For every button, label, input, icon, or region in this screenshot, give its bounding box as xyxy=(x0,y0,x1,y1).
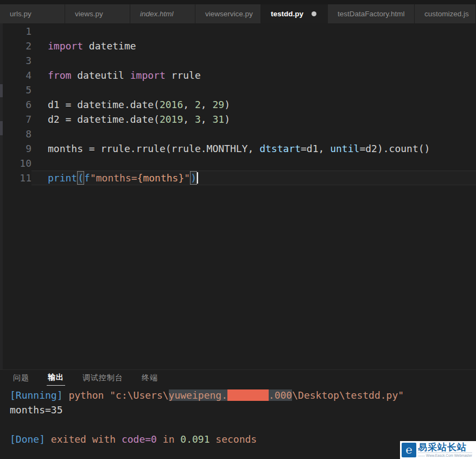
code-token: exited with xyxy=(45,433,122,445)
tab-label: customized.js xyxy=(424,10,469,18)
code-token: from xyxy=(48,70,71,81)
code-line-10[interactable]: 10 xyxy=(0,156,476,171)
panel-tab-问题[interactable]: 问题 xyxy=(12,371,30,386)
code-line-9[interactable]: 9months = rrule.rrule(rrule.MONTHLY, dts… xyxy=(0,141,476,156)
code-token: seconds xyxy=(210,433,257,445)
line-content: import datetime xyxy=(31,39,476,53)
panel-tab-调试控制台[interactable]: 调试控制台 xyxy=(81,371,124,386)
code-token: d1 = datetime.date( xyxy=(48,99,160,110)
editor-edge-strip xyxy=(0,23,3,369)
code-token: " xyxy=(184,172,190,184)
editor-tab-bar: urls.pyviews.pyindex.htmlviewservice.pyt… xyxy=(0,4,476,23)
code-token: , xyxy=(201,114,213,125)
code-token: , xyxy=(183,114,195,125)
code-token: =d2).count() xyxy=(359,143,430,154)
text-cursor xyxy=(197,172,198,184)
line-number: 2 xyxy=(0,39,31,53)
line-content xyxy=(31,53,476,68)
code-token: until xyxy=(330,143,359,154)
line-content xyxy=(31,83,476,97)
code-token: in xyxy=(157,433,180,445)
code-area: 12import datetime34from dateutil import … xyxy=(0,23,476,185)
panel-tab-终端[interactable]: 终端 xyxy=(141,371,159,386)
code-token: "months= xyxy=(90,172,137,184)
code-token: =d1, xyxy=(301,143,330,154)
line-content: months = rrule.rrule(rrule.MONTHLY, dtst… xyxy=(31,141,476,156)
tab-viewservice.py[interactable]: viewservice.py xyxy=(195,4,261,23)
edge-mark xyxy=(0,121,3,135)
code-token: import xyxy=(48,40,83,52)
code-line-1[interactable]: 1 xyxy=(0,24,476,39)
code-token: 29 xyxy=(212,99,224,110)
code-token xyxy=(227,389,269,401)
code-line-7[interactable]: 7d2 = datetime.date(2019, 3, 31) xyxy=(0,112,476,127)
code-token: {months} xyxy=(137,172,185,184)
code-token: months = rrule.rrule(rrule.MONTHLY, xyxy=(48,143,259,154)
titlebar-strip xyxy=(0,0,476,4)
code-editor[interactable]: 12import datetime34from dateutil import … xyxy=(0,23,476,369)
code-token: ( xyxy=(77,171,84,185)
code-token: d2 = datetime.date( xyxy=(48,114,160,125)
code-line-2[interactable]: 2import datetime xyxy=(0,39,476,53)
code-token: .000 xyxy=(269,389,292,401)
easck-watermark: ℮ 易采站长站 —— Www.Easck.Com Webmaster xyxy=(400,441,476,459)
tab-urls.py[interactable]: urls.py xyxy=(0,4,65,23)
line-number: 7 xyxy=(0,112,31,127)
line-content xyxy=(31,156,476,171)
line-number: 1 xyxy=(0,24,31,39)
code-token: print xyxy=(48,172,77,184)
code-token: 0.091 xyxy=(180,433,210,445)
code-line-4[interactable]: 4from dateutil import rrule xyxy=(0,68,476,83)
code-token: [Done] xyxy=(10,433,45,445)
line-content: d2 = datetime.date(2019, 3, 31) xyxy=(31,112,476,127)
easck-logo-icon: ℮ xyxy=(402,443,416,457)
output-line-1: [Running] python "c:\Users\yuweipeng. .0… xyxy=(10,388,476,403)
watermark-text: 易采站长站 —— Www.Easck.Com Webmaster xyxy=(418,443,472,458)
code-token: ) xyxy=(190,171,197,185)
line-number: 11 xyxy=(0,171,31,185)
code-token: python "c:\Users\ xyxy=(68,389,168,401)
tab-testdd.py[interactable]: testdd.py xyxy=(261,4,328,23)
watermark-subtitle: —— Www.Easck.Com Webmaster xyxy=(418,452,472,458)
line-number: 4 xyxy=(0,68,31,83)
code-token: months=35 xyxy=(10,404,63,416)
tab-index.html[interactable]: index.html xyxy=(130,4,195,23)
code-token: 31 xyxy=(212,114,224,125)
line-content xyxy=(31,127,476,141)
code-token: ) xyxy=(224,99,230,110)
vscode-window: urls.pyviews.pyindex.htmlviewservice.pyt… xyxy=(0,0,476,459)
edge-mark xyxy=(0,84,3,97)
tab-label: index.html xyxy=(140,10,174,18)
tab-views.py[interactable]: views.py xyxy=(65,4,130,23)
code-line-3[interactable]: 3 xyxy=(0,53,476,68)
code-token: code=0 xyxy=(122,433,157,445)
line-number: 6 xyxy=(0,97,31,112)
line-content: from dateutil import rrule xyxy=(31,68,476,83)
line-content: print(f"months={months}") xyxy=(31,171,476,185)
code-token: ) xyxy=(224,114,230,125)
code-token: datetime xyxy=(83,40,136,52)
tab-label: urls.py xyxy=(10,10,31,18)
panel-tab-bar: 问题输出调试控制台终端 xyxy=(0,370,476,386)
tab-testDataFactory.html[interactable]: testDataFactory.html xyxy=(328,4,415,23)
code-token: rrule xyxy=(166,70,201,81)
line-content xyxy=(31,24,476,39)
line-number: 5 xyxy=(0,83,31,97)
code-token: 3 xyxy=(195,114,201,125)
code-token: dtstart xyxy=(259,143,301,154)
code-line-11[interactable]: 11print(f"months={months}") xyxy=(0,171,476,185)
code-token: , xyxy=(201,99,213,110)
line-number: 3 xyxy=(0,53,31,68)
panel-tab-输出[interactable]: 输出 xyxy=(47,370,65,386)
code-line-5[interactable]: 5 xyxy=(0,83,476,97)
code-token: 2 xyxy=(195,99,201,110)
code-line-6[interactable]: 6d1 = datetime.date(2016, 2, 29) xyxy=(0,97,476,112)
tab-label: testdd.py xyxy=(271,10,303,18)
code-line-8[interactable]: 8 xyxy=(0,127,476,141)
code-token: 2019 xyxy=(160,114,183,125)
line-number: 10 xyxy=(0,156,31,171)
tab-customized.js[interactable]: customized.js xyxy=(415,4,476,23)
output-line-2: months=35 xyxy=(10,403,476,417)
line-number: 9 xyxy=(0,141,31,156)
code-token: dateutil xyxy=(71,70,130,81)
